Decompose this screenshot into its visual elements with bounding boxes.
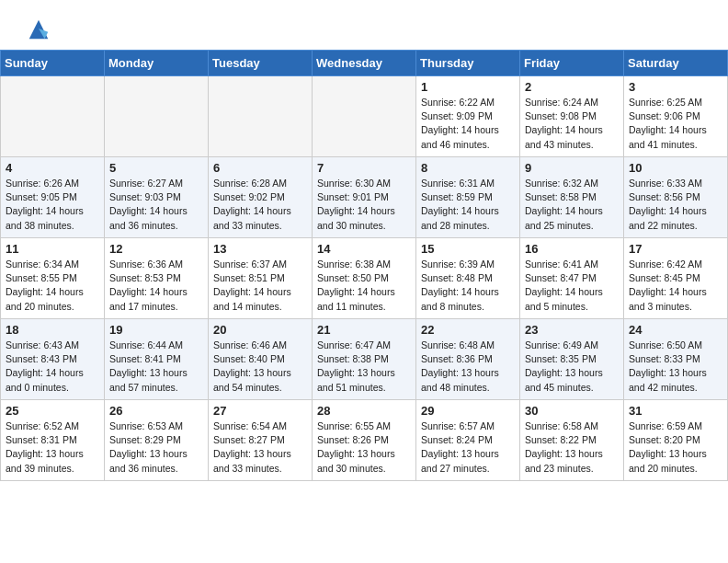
day-number: 28 bbox=[317, 404, 411, 418]
day-info: Sunrise: 6:32 AM Sunset: 8:58 PM Dayligh… bbox=[525, 177, 619, 233]
day-number: 16 bbox=[525, 242, 619, 256]
calendar-cell: 26Sunrise: 6:53 AM Sunset: 8:29 PM Dayli… bbox=[105, 400, 209, 481]
calendar-cell: 5Sunrise: 6:27 AM Sunset: 9:03 PM Daylig… bbox=[105, 157, 209, 238]
calendar-table: SundayMondayTuesdayWednesdayThursdayFrid… bbox=[0, 50, 728, 481]
day-info: Sunrise: 6:49 AM Sunset: 8:35 PM Dayligh… bbox=[525, 339, 619, 395]
day-info: Sunrise: 6:39 AM Sunset: 8:48 PM Dayligh… bbox=[421, 258, 515, 314]
day-info: Sunrise: 6:26 AM Sunset: 9:05 PM Dayligh… bbox=[6, 177, 99, 233]
day-number: 10 bbox=[629, 161, 722, 175]
calendar-cell: 15Sunrise: 6:39 AM Sunset: 8:48 PM Dayli… bbox=[416, 238, 520, 319]
calendar-cell: 13Sunrise: 6:37 AM Sunset: 8:51 PM Dayli… bbox=[209, 238, 313, 319]
calendar-cell: 31Sunrise: 6:59 AM Sunset: 8:20 PM Dayli… bbox=[624, 400, 728, 481]
page-header bbox=[0, 0, 728, 50]
calendar-cell: 6Sunrise: 6:28 AM Sunset: 9:02 PM Daylig… bbox=[209, 157, 313, 238]
day-info: Sunrise: 6:31 AM Sunset: 8:59 PM Dayligh… bbox=[421, 177, 515, 233]
day-number: 25 bbox=[6, 404, 99, 418]
calendar-cell: 27Sunrise: 6:54 AM Sunset: 8:27 PM Dayli… bbox=[209, 400, 313, 481]
day-number: 12 bbox=[109, 242, 203, 256]
day-number: 6 bbox=[213, 161, 307, 175]
calendar-cell: 22Sunrise: 6:48 AM Sunset: 8:36 PM Dayli… bbox=[416, 319, 520, 400]
calendar-cell bbox=[313, 76, 416, 157]
logo bbox=[22, 17, 51, 42]
day-info: Sunrise: 6:46 AM Sunset: 8:40 PM Dayligh… bbox=[213, 339, 307, 395]
day-info: Sunrise: 6:58 AM Sunset: 8:22 PM Dayligh… bbox=[525, 419, 619, 476]
calendar-cell bbox=[1, 76, 105, 157]
day-info: Sunrise: 6:38 AM Sunset: 8:50 PM Dayligh… bbox=[317, 258, 411, 314]
calendar-cell: 25Sunrise: 6:52 AM Sunset: 8:31 PM Dayli… bbox=[1, 400, 105, 481]
day-info: Sunrise: 6:34 AM Sunset: 8:55 PM Dayligh… bbox=[6, 258, 99, 314]
day-of-week-header: Sunday bbox=[1, 51, 105, 76]
day-number: 15 bbox=[421, 242, 515, 256]
calendar-cell: 10Sunrise: 6:33 AM Sunset: 8:56 PM Dayli… bbox=[624, 157, 728, 238]
calendar-cell: 7Sunrise: 6:30 AM Sunset: 9:01 PM Daylig… bbox=[313, 157, 416, 238]
day-info: Sunrise: 6:59 AM Sunset: 8:20 PM Dayligh… bbox=[629, 419, 722, 476]
day-number: 26 bbox=[109, 404, 203, 418]
day-info: Sunrise: 6:42 AM Sunset: 8:45 PM Dayligh… bbox=[629, 258, 722, 314]
day-number: 24 bbox=[629, 323, 722, 337]
day-number: 29 bbox=[421, 404, 515, 418]
calendar-cell: 16Sunrise: 6:41 AM Sunset: 8:47 PM Dayli… bbox=[520, 238, 624, 319]
day-info: Sunrise: 6:54 AM Sunset: 8:27 PM Dayligh… bbox=[213, 419, 307, 476]
day-number: 23 bbox=[525, 323, 619, 337]
calendar-week-row: 4Sunrise: 6:26 AM Sunset: 9:05 PM Daylig… bbox=[1, 157, 728, 238]
day-number: 20 bbox=[213, 323, 307, 337]
day-number: 4 bbox=[6, 161, 99, 175]
day-info: Sunrise: 6:37 AM Sunset: 8:51 PM Dayligh… bbox=[213, 258, 307, 314]
day-of-week-header: Monday bbox=[105, 51, 209, 76]
day-number: 19 bbox=[109, 323, 203, 337]
day-number: 3 bbox=[629, 80, 722, 94]
day-of-week-header: Thursday bbox=[416, 51, 520, 76]
day-info: Sunrise: 6:55 AM Sunset: 8:26 PM Dayligh… bbox=[317, 419, 411, 476]
calendar-week-row: 1Sunrise: 6:22 AM Sunset: 9:09 PM Daylig… bbox=[1, 76, 728, 157]
day-info: Sunrise: 6:25 AM Sunset: 9:06 PM Dayligh… bbox=[629, 96, 722, 152]
day-number: 18 bbox=[6, 323, 99, 337]
day-number: 9 bbox=[525, 161, 619, 175]
day-info: Sunrise: 6:47 AM Sunset: 8:38 PM Dayligh… bbox=[317, 339, 411, 395]
calendar-cell: 17Sunrise: 6:42 AM Sunset: 8:45 PM Dayli… bbox=[624, 238, 728, 319]
calendar-cell: 12Sunrise: 6:36 AM Sunset: 8:53 PM Dayli… bbox=[105, 238, 209, 319]
day-number: 30 bbox=[525, 404, 619, 418]
calendar-cell: 18Sunrise: 6:43 AM Sunset: 8:43 PM Dayli… bbox=[1, 319, 105, 400]
day-number: 11 bbox=[6, 242, 99, 256]
calendar-cell bbox=[105, 76, 209, 157]
day-of-week-header: Saturday bbox=[624, 51, 728, 76]
day-info: Sunrise: 6:53 AM Sunset: 8:29 PM Dayligh… bbox=[109, 419, 203, 476]
day-info: Sunrise: 6:28 AM Sunset: 9:02 PM Dayligh… bbox=[213, 177, 307, 233]
day-number: 14 bbox=[317, 242, 411, 256]
calendar-cell: 9Sunrise: 6:32 AM Sunset: 8:58 PM Daylig… bbox=[520, 157, 624, 238]
calendar-week-row: 18Sunrise: 6:43 AM Sunset: 8:43 PM Dayli… bbox=[1, 319, 728, 400]
day-info: Sunrise: 6:57 AM Sunset: 8:24 PM Dayligh… bbox=[421, 419, 515, 476]
logo-icon bbox=[26, 17, 51, 42]
calendar-cell bbox=[209, 76, 313, 157]
calendar-cell: 28Sunrise: 6:55 AM Sunset: 8:26 PM Dayli… bbox=[313, 400, 416, 481]
day-number: 27 bbox=[213, 404, 307, 418]
calendar-cell: 30Sunrise: 6:58 AM Sunset: 8:22 PM Dayli… bbox=[520, 400, 624, 481]
day-number: 17 bbox=[629, 242, 722, 256]
calendar-cell: 19Sunrise: 6:44 AM Sunset: 8:41 PM Dayli… bbox=[105, 319, 209, 400]
calendar-cell: 11Sunrise: 6:34 AM Sunset: 8:55 PM Dayli… bbox=[1, 238, 105, 319]
day-number: 31 bbox=[629, 404, 722, 418]
calendar-week-row: 25Sunrise: 6:52 AM Sunset: 8:31 PM Dayli… bbox=[1, 400, 728, 481]
day-info: Sunrise: 6:27 AM Sunset: 9:03 PM Dayligh… bbox=[109, 177, 203, 233]
day-info: Sunrise: 6:48 AM Sunset: 8:36 PM Dayligh… bbox=[421, 339, 515, 395]
calendar-cell: 1Sunrise: 6:22 AM Sunset: 9:09 PM Daylig… bbox=[416, 76, 520, 157]
calendar-cell: 14Sunrise: 6:38 AM Sunset: 8:50 PM Dayli… bbox=[313, 238, 416, 319]
calendar-week-row: 11Sunrise: 6:34 AM Sunset: 8:55 PM Dayli… bbox=[1, 238, 728, 319]
calendar-cell: 4Sunrise: 6:26 AM Sunset: 9:05 PM Daylig… bbox=[1, 157, 105, 238]
day-info: Sunrise: 6:36 AM Sunset: 8:53 PM Dayligh… bbox=[109, 258, 203, 314]
calendar-cell: 20Sunrise: 6:46 AM Sunset: 8:40 PM Dayli… bbox=[209, 319, 313, 400]
calendar-cell: 21Sunrise: 6:47 AM Sunset: 8:38 PM Dayli… bbox=[313, 319, 416, 400]
day-number: 13 bbox=[213, 242, 307, 256]
day-number: 2 bbox=[525, 80, 619, 94]
day-info: Sunrise: 6:30 AM Sunset: 9:01 PM Dayligh… bbox=[317, 177, 411, 233]
calendar-cell: 2Sunrise: 6:24 AM Sunset: 9:08 PM Daylig… bbox=[520, 76, 624, 157]
calendar-cell: 24Sunrise: 6:50 AM Sunset: 8:33 PM Dayli… bbox=[624, 319, 728, 400]
calendar-cell: 8Sunrise: 6:31 AM Sunset: 8:59 PM Daylig… bbox=[416, 157, 520, 238]
day-info: Sunrise: 6:50 AM Sunset: 8:33 PM Dayligh… bbox=[629, 339, 722, 395]
day-info: Sunrise: 6:41 AM Sunset: 8:47 PM Dayligh… bbox=[525, 258, 619, 314]
day-info: Sunrise: 6:33 AM Sunset: 8:56 PM Dayligh… bbox=[629, 177, 722, 233]
day-of-week-header: Tuesday bbox=[209, 51, 313, 76]
day-of-week-header: Friday bbox=[520, 51, 624, 76]
calendar-cell: 29Sunrise: 6:57 AM Sunset: 8:24 PM Dayli… bbox=[416, 400, 520, 481]
day-info: Sunrise: 6:44 AM Sunset: 8:41 PM Dayligh… bbox=[109, 339, 203, 395]
